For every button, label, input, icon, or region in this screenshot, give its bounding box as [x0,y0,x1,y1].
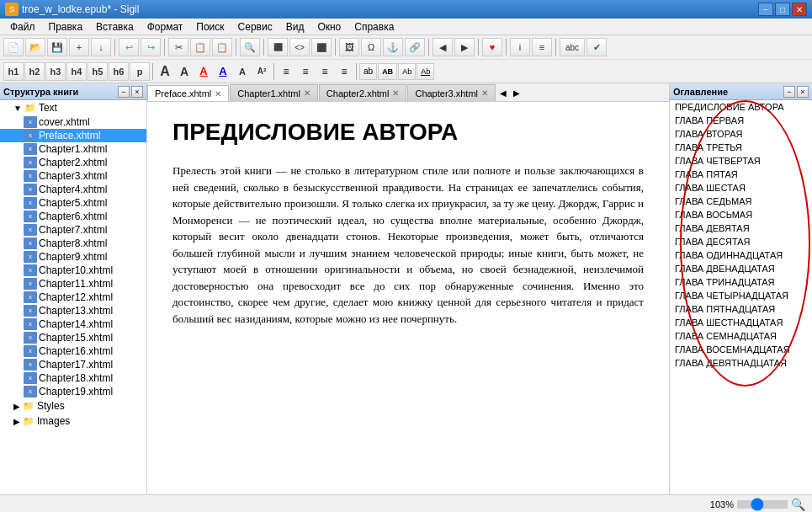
wysiwyg-button[interactable]: ⬛ [268,38,288,56]
toc-item[interactable]: ГЛАВА ОДИННАДЦАТАЯ [670,248,812,262]
case-lower[interactable]: ab [359,63,377,80]
p-button[interactable]: p [130,62,150,81]
tree-item[interactable]: xChapter17.xhtml [0,358,146,371]
toc-item[interactable]: ГЛАВА ДЕВЯТНАДЦАТАЯ [670,356,812,370]
tree-item[interactable]: xChapter5.xhtml [0,196,146,210]
check-button[interactable]: ✔ [586,38,607,56]
tree-item[interactable]: xChapter18.xhtml [0,371,146,385]
toc-item[interactable]: ГЛАВА ВОСЕМНАДЦАТАЯ [670,343,812,356]
menu-insert[interactable]: Вставка [89,19,141,35]
toc-item[interactable]: ГЛАВА СЕМНАДЦАТАЯ [670,329,812,343]
tree-item[interactable]: ▶📁Images [0,413,146,429]
h1-button[interactable]: h1 [3,62,24,81]
align-right[interactable]: ≡ [316,63,334,80]
menu-help[interactable]: Справка [348,19,401,35]
tree-item[interactable]: xChapter1.xhtml [0,142,146,156]
tab-chapter1-close[interactable]: ✕ [304,88,310,98]
case-upper[interactable]: AB [378,63,397,80]
align-center[interactable]: ≡ [296,63,315,80]
tree-item[interactable]: ▼📁Text [0,100,146,115]
index-button[interactable]: i [510,38,530,56]
tree-item[interactable]: xChapter6.xhtml [0,210,146,223]
tree-item[interactable]: xChapter10.xhtml [0,264,146,277]
toc-item[interactable]: ГЛАВА СЕДЬМАЯ [670,195,812,208]
tab-chapter1[interactable]: Chapter1.xhtml ✕ [230,84,318,101]
tree-item[interactable]: xChapter13.xhtml [0,304,146,317]
right-panel-float[interactable]: − [783,86,795,98]
editor-area[interactable]: ПРЕДИСЛОВИЕ АВТОРА Прелесть этой книги —… [147,102,669,494]
menu-window[interactable]: Окно [310,19,348,35]
back-button[interactable]: ◀ [433,38,453,56]
tab-preface-close[interactable]: ✕ [215,89,221,99]
toc-item[interactable]: ГЛАВА ШЕСТАЯ [670,181,812,195]
tree-item[interactable]: xChapter11.xhtml [0,277,146,291]
cut-button[interactable]: ✂ [168,38,188,56]
menu-service[interactable]: Сервис [231,19,279,35]
toc-item[interactable]: ГЛАВА ПЕРВАЯ [670,114,812,127]
left-panel-close[interactable]: × [131,86,143,98]
toc-item[interactable]: ГЛАВА ВОСЬМАЯ [670,208,812,221]
tab-preface[interactable]: Preface.xhtml ✕ [147,85,229,102]
tab-chapter2[interactable]: Chapter2.xhtml ✕ [319,84,407,101]
toc-item[interactable]: ГЛАВА ДВЕНАДЦАТАЯ [670,262,812,275]
insert-special-button[interactable]: Ω [361,38,381,56]
toc-item[interactable]: ГЛАВА ШЕСТНАДЦАТАЯ [670,316,812,329]
toc-item[interactable]: ГЛАВА ТРИНАДЦАТАЯ [670,275,812,289]
align-left[interactable]: ≡ [277,63,295,80]
spellcheck-button[interactable]: abc [560,38,585,56]
paste-button[interactable]: 📋 [212,38,232,56]
toc-item[interactable]: ГЛАВА ДЕВЯТАЯ [670,221,812,235]
tab-chapter3-close[interactable]: ✕ [481,88,488,98]
tree-item[interactable]: xChapter9.xhtml [0,250,146,264]
font-size-large[interactable]: A [156,63,174,80]
toc-item[interactable]: ПРЕДИСЛОВИЕ АВТОРА [670,100,812,114]
font-superscript[interactable]: A² [252,63,271,80]
tree-item[interactable]: xChapter12.xhtml [0,291,146,304]
tab-chapter2-close[interactable]: ✕ [392,88,399,98]
tree-item[interactable]: ▶📁Styles [0,398,146,413]
case-title[interactable]: Ab [398,63,416,80]
toc-item[interactable]: ГЛАВА ДЕСЯТАЯ [670,235,812,248]
toc-item[interactable]: ГЛАВА ТРЕТЬЯ [670,141,812,154]
editor-body[interactable]: Прелесть этой книги — не столько в литер… [172,163,644,327]
tree-item[interactable]: xChapter7.xhtml [0,223,146,237]
menu-search[interactable]: Поиск [189,19,231,35]
menu-file[interactable]: Файл [3,19,42,35]
tab-chapter3[interactable]: Chapter3.xhtml ✕ [407,84,496,101]
tree-item[interactable]: xChapter8.xhtml [0,237,146,250]
tree-item[interactable]: xPreface.xhtml [0,129,146,142]
menu-edit[interactable]: Правка [42,19,90,35]
split-button[interactable]: ⬛ [311,38,332,56]
copy-button[interactable]: 📋 [190,38,210,56]
search-toolbar-button[interactable]: 🔍 [240,38,260,56]
toc-item[interactable]: ГЛАВА ПЯТНАДЦАТАЯ [670,302,812,316]
open-button[interactable]: 📂 [25,38,45,56]
tree-item[interactable]: xChapter14.xhtml [0,317,146,331]
toc-button[interactable]: ≡ [532,38,552,56]
menu-view[interactable]: Вид [279,19,311,35]
font-size-medium[interactable]: A [175,63,194,80]
menu-format[interactable]: Формат [141,19,190,35]
font-color-red[interactable]: A [194,63,213,80]
h2-button[interactable]: h2 [24,62,45,81]
toc-item[interactable]: ГЛАВА ВТОРАЯ [670,127,812,141]
save-button[interactable]: 💾 [47,38,67,56]
insert-anchor-button[interactable]: ⚓ [383,38,403,56]
tree-item[interactable]: xChapter4.xhtml [0,183,146,196]
add-button[interactable]: + [69,38,89,56]
maximize-button[interactable]: □ [775,3,790,16]
tree-item[interactable]: xcover.xhtml [0,115,146,129]
h6-button[interactable]: h6 [109,62,129,81]
minimize-button[interactable]: − [758,3,773,16]
font-size-small[interactable]: A [233,63,252,80]
case-sentence[interactable]: Ab [417,63,434,80]
left-panel-float[interactable]: − [118,86,130,98]
h5-button[interactable]: h5 [88,62,108,81]
tree-item[interactable]: xChapter3.xhtml [0,169,146,183]
download-button[interactable]: ↓ [91,38,111,56]
font-color-blue[interactable]: A [214,63,232,80]
bookmark-button[interactable]: ♥ [482,38,502,56]
h4-button[interactable]: h4 [66,62,87,81]
tree-item[interactable]: xChapter2.xhtml [0,156,146,169]
insert-link-button[interactable]: 🔗 [405,38,425,56]
